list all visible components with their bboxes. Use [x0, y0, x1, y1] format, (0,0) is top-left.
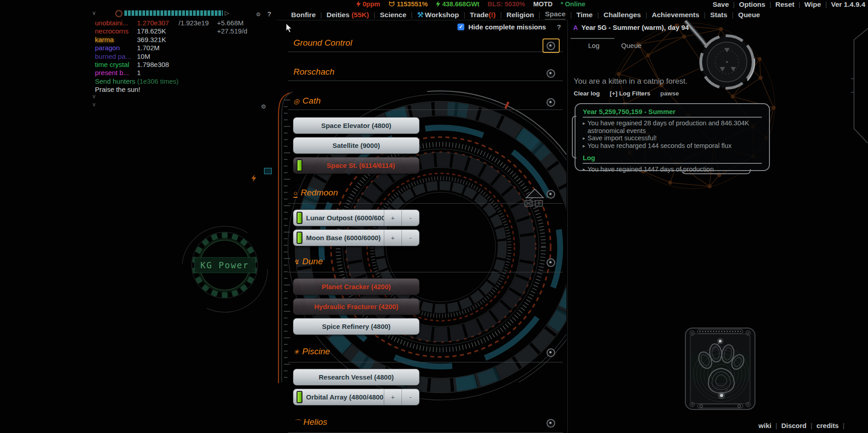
section-toggle-radio[interactable]	[547, 98, 555, 107]
section-name: Piscine	[302, 347, 330, 356]
progress-orb-icon	[115, 10, 123, 17]
bolt-icon	[356, 1, 361, 7]
section-toggle-radio[interactable]	[547, 348, 555, 357]
tab-time[interactable]: Time	[576, 11, 593, 19]
tab-challenges[interactable]: Challenges	[604, 11, 641, 19]
pawse-link[interactable]: pawse	[660, 90, 679, 97]
space-section-header-cath[interactable]: ◎Cath	[293, 95, 321, 106]
tab-workshop[interactable]: ⚒Workshop	[417, 11, 459, 19]
resource-value: 1.798e308	[137, 61, 179, 69]
increment-button[interactable]: +	[384, 210, 401, 226]
tab-log[interactable]: Log	[588, 42, 599, 49]
section-toggle-radio[interactable]	[547, 190, 555, 199]
resource-name[interactable]: burned pa...	[95, 52, 137, 61]
space-section-header-rorschach[interactable]: Rorschach	[293, 67, 335, 77]
help-icon[interactable]: ?	[267, 10, 271, 18]
footer-links: wiki|Discord|credits|	[759, 422, 849, 429]
tab-science[interactable]: Science	[380, 11, 406, 19]
section-toggle-radio[interactable]	[547, 42, 555, 50]
button-spice-refinery-4800[interactable]: Spice Refinery (4800)	[293, 318, 420, 335]
resource-name[interactable]: unobtaini...	[95, 19, 137, 27]
decrement-button[interactable]: -	[401, 230, 419, 246]
tab-religion[interactable]: Religion	[506, 11, 534, 19]
send-hunters-link[interactable]: Send hunters (1e306 times)	[95, 77, 249, 86]
tab-label: Time	[576, 11, 593, 19]
resources-panel: v ▷ unobtaini...1.270e307/1.923e19+5.668…	[93, 9, 249, 94]
button-lunar-outpost-6000-6000[interactable]: Lunar Outpost (6000/6000)+-	[293, 209, 420, 226]
log-entry-text: You have regained 1447 days of productio…	[588, 166, 714, 173]
tab-space[interactable]: Space	[545, 10, 566, 19]
button-moon-base-6000-6000[interactable]: Moon Base (6000/6000)+-	[293, 229, 420, 246]
tab-queue[interactable]: Queue	[621, 42, 642, 49]
tab-queue[interactable]: Queue	[738, 11, 760, 19]
reset-button[interactable]: Reset	[775, 0, 794, 9]
space-section-header-redmoon[interactable]: ○Redmoon	[293, 187, 338, 198]
separator: |	[646, 11, 647, 19]
status-stat: * Online	[561, 0, 585, 8]
button-hydraulic-fracturer-4200[interactable]: Hydraulic Fracturer (4200)	[293, 298, 420, 315]
space-section-header-helios[interactable]: ⌒Helios	[293, 417, 327, 428]
log-entry-text: You have recharged 144 seconds of tempor…	[588, 142, 732, 150]
section-toggle-radio[interactable]	[547, 258, 555, 267]
button-orbital-array-4800-4800[interactable]: Orbital Array (4800/4800)+-	[293, 389, 420, 405]
save-button[interactable]: Save	[712, 0, 729, 9]
resource-rate	[217, 61, 249, 69]
credits-link[interactable]: credits	[816, 422, 839, 429]
resource-name[interactable]: present b...	[95, 69, 137, 77]
wiki-link[interactable]: wiki	[759, 422, 771, 429]
collapse-chevron-icon[interactable]: v	[93, 10, 95, 16]
frame-decoration	[845, 24, 868, 160]
resource-name[interactable]: time crystal	[95, 61, 137, 69]
resource-name[interactable]: necrocorns	[95, 27, 137, 35]
decrement-button[interactable]: -	[401, 210, 419, 226]
button-space-st-6114-6114[interactable]: Space St. (6114/6114)	[293, 157, 420, 174]
tab-stats[interactable]: Stats	[710, 11, 727, 19]
button-space-elevator-4800[interactable]: Space Elevator (4800)	[293, 117, 420, 134]
wipe-button[interactable]: Wipe	[804, 0, 821, 9]
resource-name[interactable]: karma	[95, 36, 137, 44]
log-group-title: Log	[583, 154, 762, 164]
space-section-header-dune[interactable]: ↯Dune	[293, 256, 323, 267]
tab-bonfire[interactable]: Bonfire	[291, 11, 316, 19]
section-name: Redmoon	[301, 188, 338, 197]
svg-text:KG Power: KG Power	[200, 260, 249, 270]
log-tab-bar: LogQueue	[588, 42, 642, 49]
stepper-group: +-	[384, 210, 419, 226]
button-research-vessel-4800[interactable]: Research Vessel (4800)	[293, 369, 420, 385]
collapse-chevron-icon[interactable]: v	[93, 101, 95, 108]
bullet-icon: ▸	[583, 166, 585, 173]
bullet-icon: ▸	[583, 142, 585, 150]
stepper-group: +-	[384, 230, 419, 246]
gear-icon[interactable]: ⚙	[256, 11, 261, 18]
space-section-header-ground-control[interactable]: Ground Control	[293, 38, 352, 48]
clear-log-link[interactable]: Clear log	[574, 90, 600, 97]
options-button[interactable]: Options	[739, 0, 765, 9]
tab-deities[interactable]: Deities (55K)	[326, 11, 369, 19]
resource-rate: +5.668M	[217, 19, 249, 27]
praise-the-sun-link[interactable]: Praise the sun!	[95, 86, 249, 94]
discord-link[interactable]: Discord	[781, 422, 807, 429]
section-toggle-radio[interactable]	[547, 69, 555, 78]
increment-button[interactable]: +	[384, 389, 401, 405]
tab-label: Challenges	[604, 11, 641, 19]
tab-achievements[interactable]: Achievements	[652, 11, 699, 19]
status-message: You are a kitten in a catnip forest.	[574, 77, 688, 86]
collapse-chevron-icon[interactable]: v	[93, 93, 95, 100]
bolt-icon	[436, 1, 440, 7]
separator: |	[769, 0, 771, 9]
resource-value: 10M	[137, 52, 179, 61]
button-satellite-9000[interactable]: Satellite (9000)	[293, 137, 420, 154]
space-section-header-piscine[interactable]: ✳Piscine	[293, 346, 330, 357]
log-filters-link[interactable]: [+] Log Filters	[610, 90, 651, 97]
tab-trade[interactable]: Trade(!)	[470, 11, 495, 19]
section-toggle-radio[interactable]	[547, 419, 555, 428]
gear-icon[interactable]: ⚙	[261, 103, 266, 110]
planet-glyph-icon: ✳	[293, 348, 299, 356]
button-label: Space St. (6114/6114)	[302, 162, 419, 169]
decrement-button[interactable]: -	[401, 389, 419, 405]
resource-name[interactable]: paragon	[95, 44, 137, 52]
separator: |	[843, 422, 844, 429]
button-planet-cracker-4200[interactable]: Planet Cracker (4200)	[293, 278, 420, 295]
calendar-title: Year 5G - Summer (warm), day 94	[581, 24, 689, 31]
increment-button[interactable]: +	[384, 230, 401, 246]
